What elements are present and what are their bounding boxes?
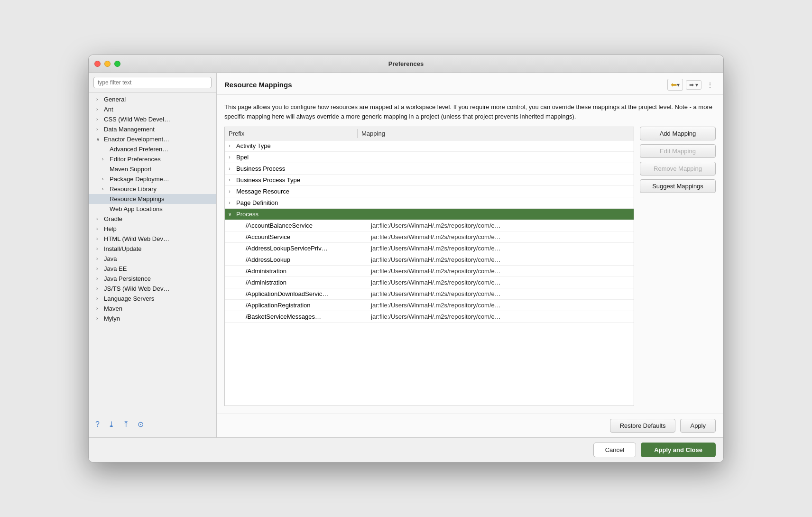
table-row[interactable]: /AccountServicejar:file:/Users/WinmaH/.m… xyxy=(225,231,634,243)
table-row[interactable]: /AddressLookupServicePriv…jar:file:/User… xyxy=(225,243,634,254)
search-input[interactable] xyxy=(93,77,212,88)
chevron-icon: › xyxy=(96,256,102,261)
table-row[interactable]: ›Message Resource xyxy=(225,186,634,197)
table-row[interactable]: /ApplicationRegistrationjar:file:/Users/… xyxy=(225,300,634,311)
sidebar-item-resource-mappings[interactable]: Resource Mappings xyxy=(89,194,216,204)
table-body: ›Activity Type›Bpel›Business Process›Bus… xyxy=(225,140,634,406)
table-row[interactable]: ›Bpel xyxy=(225,152,634,163)
table-row[interactable]: ›Business Process Type xyxy=(225,175,634,186)
sidebar-item-data-management[interactable]: ›Data Management xyxy=(89,124,216,134)
sidebar-item-enactor[interactable]: ∨Enactor Development… xyxy=(89,134,216,144)
sidebar-item-label: Language Servers xyxy=(104,295,154,302)
apply-button[interactable]: Apply xyxy=(680,419,716,433)
export-icon-button[interactable]: ⤒ xyxy=(122,419,130,430)
column-prefix-header: Prefix xyxy=(225,129,358,138)
apply-and-close-button[interactable]: Apply and Close xyxy=(641,443,716,457)
row-mapping-cell: jar:file:/Users/WinmaH/.m2s/repository/c… xyxy=(367,243,634,253)
stop-icon-button[interactable]: ⊙ xyxy=(137,419,145,430)
cancel-button[interactable]: Cancel xyxy=(593,443,636,457)
table-row[interactable]: /AddressLookupjar:file:/Users/WinmaH/.m2… xyxy=(225,254,634,266)
chevron-icon: › xyxy=(102,176,108,182)
sidebar-item-maven-support[interactable]: Maven Support xyxy=(89,164,216,174)
chevron-icon: › xyxy=(96,216,102,222)
sidebar-item-resource-library[interactable]: ›Resource Library xyxy=(89,184,216,194)
row-prefix-cell: Bpel xyxy=(234,152,358,162)
table-row[interactable]: ›Activity Type xyxy=(225,140,634,152)
row-mapping-cell: jar:file:/Users/WinmaH/.m2s/repository/c… xyxy=(367,312,634,322)
main-content: ›General›Ant›CSS (Wild Web Devel…›Data M… xyxy=(89,73,723,437)
maximize-button[interactable] xyxy=(114,61,120,67)
minimize-button[interactable] xyxy=(104,61,111,67)
window-title: Preferences xyxy=(388,60,424,67)
sidebar-item-label: Help xyxy=(104,225,117,232)
sidebar-item-package[interactable]: ›Package Deployme… xyxy=(89,174,216,184)
sidebar-item-label: Java Persistence xyxy=(104,275,151,282)
sidebar-item-maven[interactable]: ›Maven xyxy=(89,304,216,314)
row-prefix-cell: /AddressLookup xyxy=(244,255,367,265)
sidebar-item-java-ee[interactable]: ›Java EE xyxy=(89,264,216,274)
sidebar-tree: ›General›Ant›CSS (Wild Web Devel…›Data M… xyxy=(89,92,216,411)
import-icon-button[interactable]: ⤓ xyxy=(107,419,115,430)
sidebar-item-jsts[interactable]: ›JS/TS (Wild Web Dev… xyxy=(89,284,216,294)
back-button[interactable]: ⬅ ▾ xyxy=(667,79,683,91)
sidebar-item-css[interactable]: ›CSS (Wild Web Devel… xyxy=(89,114,216,124)
row-mapping-cell: jar:file:/Users/WinmaH/.m2s/repository/c… xyxy=(367,289,634,299)
sidebar-item-html[interactable]: ›HTML (Wild Web Dev… xyxy=(89,234,216,244)
sidebar-item-advanced[interactable]: Advanced Preferen… xyxy=(89,144,216,154)
panel-title: Resource Mappings xyxy=(224,81,292,89)
row-mapping-cell xyxy=(358,202,634,204)
sidebar-item-label: General xyxy=(104,96,126,103)
edit-mapping-button[interactable]: Edit Mapping xyxy=(640,144,716,158)
sidebar-item-label: Maven xyxy=(104,305,122,312)
row-mapping-cell xyxy=(358,213,634,216)
sidebar-item-label: Advanced Preferen… xyxy=(110,146,168,153)
table-row[interactable]: ∨Process xyxy=(225,209,634,220)
chevron-icon: › xyxy=(96,266,102,271)
sidebar-item-install-update[interactable]: ›Install/Update xyxy=(89,244,216,254)
sidebar-item-java-persistence[interactable]: ›Java Persistence xyxy=(89,274,216,284)
sidebar-item-editor[interactable]: ›Editor Preferences xyxy=(89,154,216,164)
mappings-area: Prefix Mapping ›Activity Type›Bpel›Busin… xyxy=(224,127,716,406)
sidebar-item-label: Data Management xyxy=(104,126,155,133)
more-options-button[interactable]: ⋮ xyxy=(704,81,716,89)
sidebar-item-label: Resource Library xyxy=(110,185,157,193)
back-arrow-icon: ⬅ xyxy=(671,80,677,89)
sidebar-item-label: Ant xyxy=(104,106,113,113)
sidebar-item-language-servers[interactable]: ›Language Servers xyxy=(89,294,216,304)
help-icon-button[interactable]: ? xyxy=(94,419,101,430)
table-row[interactable]: /BasketServiceMessages…jar:file:/Users/W… xyxy=(225,311,634,323)
row-prefix-cell: Activity Type xyxy=(234,141,358,151)
preferences-window: Preferences ›General›Ant›CSS (Wild Web D… xyxy=(88,55,724,462)
table-row[interactable]: ›Page Definition xyxy=(225,197,634,209)
sidebar-item-label: HTML (Wild Web Dev… xyxy=(104,235,169,242)
table-row[interactable]: /AccountBalanceServicejar:file:/Users/Wi… xyxy=(225,220,634,231)
row-prefix-cell: /BasketServiceMessages… xyxy=(244,312,367,322)
suggest-mappings-button[interactable]: Suggest Mappings xyxy=(640,179,716,193)
chevron-icon: › xyxy=(96,286,102,291)
table-row[interactable]: /Administrationjar:file:/Users/WinmaH/.m… xyxy=(225,266,634,277)
sidebar-item-java[interactable]: ›Java xyxy=(89,254,216,264)
chevron-icon: › xyxy=(96,316,102,321)
sidebar-item-ant[interactable]: ›Ant xyxy=(89,104,216,114)
sidebar-item-general[interactable]: ›General xyxy=(89,94,216,104)
table-row[interactable]: /Administrationjar:file:/Users/WinmaH/.m… xyxy=(225,277,634,288)
column-mapping-header: Mapping xyxy=(358,129,634,138)
row-chevron-icon: › xyxy=(225,200,234,205)
table-row[interactable]: ›Business Process xyxy=(225,163,634,175)
sidebar-item-label: CSS (Wild Web Devel… xyxy=(104,116,170,123)
remove-mapping-button[interactable]: Remove Mapping xyxy=(640,162,716,175)
sidebar-item-web-app[interactable]: Web App Locations xyxy=(89,204,216,214)
row-chevron-icon: › xyxy=(225,189,234,194)
sidebar-item-help[interactable]: ›Help xyxy=(89,224,216,234)
sidebar-item-gradle[interactable]: ›Gradle xyxy=(89,214,216,224)
sidebar-item-label: Java xyxy=(104,255,117,262)
forward-button[interactable]: ➡ ▾ xyxy=(686,80,701,90)
restore-defaults-button[interactable]: Restore Defaults xyxy=(610,419,676,433)
panel-header: Resource Mappings ⬅ ▾ ➡ ▾ ⋮ xyxy=(217,73,723,95)
add-mapping-button[interactable]: Add Mapping xyxy=(640,127,716,140)
table-row[interactable]: /ApplicationDownloadServic…jar:file:/Use… xyxy=(225,288,634,300)
close-button[interactable] xyxy=(94,61,101,67)
sidebar-item-mylyn[interactable]: ›Mylyn xyxy=(89,314,216,323)
row-mapping-cell xyxy=(358,179,634,182)
window-footer: Cancel Apply and Close xyxy=(89,437,723,462)
